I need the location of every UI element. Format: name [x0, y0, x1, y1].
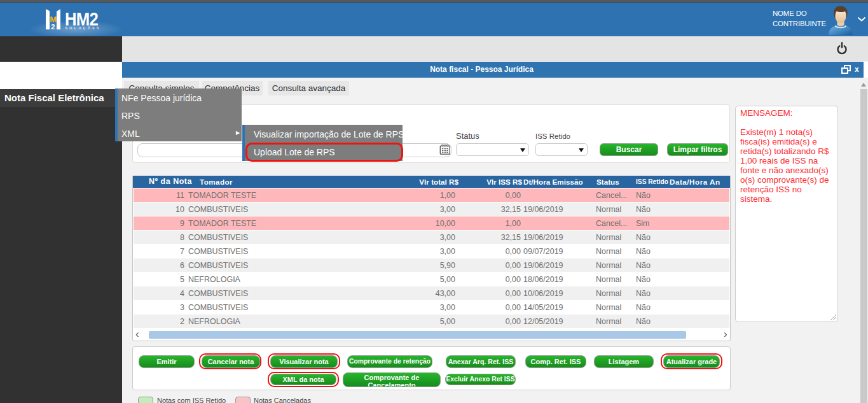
svg-text:2: 2	[51, 23, 55, 31]
svg-text:SOLUÇÕES: SOLUÇÕES	[65, 26, 101, 30]
